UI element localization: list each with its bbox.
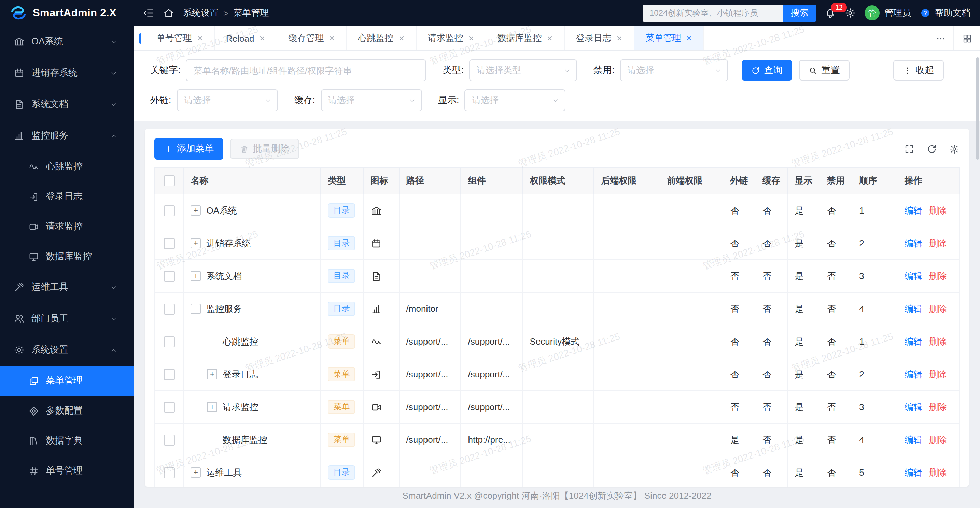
app-logo[interactable]: SmartAdmin 2.X (0, 0, 134, 26)
x-icon[interactable] (616, 35, 623, 41)
add-menu-button[interactable]: 添加菜单 (154, 138, 223, 160)
x-icon[interactable] (468, 35, 475, 41)
delete-link[interactable]: 删除 (929, 369, 947, 379)
expand-toggle[interactable]: + (207, 402, 217, 412)
column-header: 前端权限 (660, 168, 723, 194)
tab-db-monitor[interactable]: 数据库监控 (486, 26, 565, 51)
type-select[interactable]: 请选择类型 (469, 59, 577, 81)
sidebar-item-inventory[interactable]: 进销存系统 (0, 57, 134, 89)
edit-link[interactable]: 编辑 (905, 205, 922, 215)
expand-toggle[interactable]: + (191, 271, 201, 281)
edit-link[interactable]: 编辑 (905, 336, 922, 346)
expand-toggle[interactable]: + (191, 238, 201, 248)
batch-delete-button[interactable]: 批量删除 (230, 138, 299, 159)
breadcrumb-item-settings[interactable]: 系统设置 (183, 7, 218, 19)
sidebar-item-heartbeat[interactable]: 心跳监控 (0, 151, 134, 181)
collapse-menu-icon[interactable] (143, 8, 154, 18)
sidebar-item-menu-manage[interactable]: 菜单管理 (0, 366, 134, 396)
delete-link[interactable]: 删除 (929, 434, 947, 444)
x-icon[interactable] (328, 35, 335, 41)
sidebar-item-param-config[interactable]: 参数配置 (0, 396, 134, 426)
x-icon[interactable] (546, 35, 553, 41)
disabled-select[interactable]: 请选择 (620, 59, 728, 81)
tab-cache-manage[interactable]: 缓存管理 (277, 26, 347, 51)
expand-toggle[interactable]: + (207, 369, 217, 379)
sidebar-item-serial-manage[interactable]: 单号管理 (0, 456, 134, 486)
table-settings-icon[interactable] (949, 144, 959, 154)
delete-link[interactable]: 删除 (929, 336, 947, 346)
table-refresh-icon[interactable] (927, 144, 937, 154)
tab-menu-manage[interactable]: 菜单管理 (635, 26, 704, 51)
edit-link[interactable]: 编辑 (905, 434, 922, 444)
sidebar-item-db-monitor[interactable]: 数据库监控 (0, 241, 134, 271)
x-icon[interactable] (686, 35, 692, 41)
edit-link[interactable]: 编辑 (905, 238, 922, 248)
row-checkbox[interactable] (164, 467, 175, 478)
row-checkbox[interactable] (164, 271, 175, 282)
row-checkbox[interactable] (164, 337, 175, 347)
delete-link[interactable]: 删除 (929, 303, 947, 314)
delete-link[interactable]: 删除 (929, 205, 947, 215)
row-checkbox[interactable] (164, 369, 175, 380)
sidebar-item-system-settings[interactable]: 系统设置 (0, 334, 134, 366)
external-select[interactable]: 请选择 (177, 89, 278, 111)
sidebar-item-oa[interactable]: OA系统 (0, 26, 134, 57)
sidebar-item-login-log[interactable]: 登录日志 (0, 181, 134, 211)
tabs-layout-button[interactable] (953, 26, 980, 51)
backend-perm-cell (594, 391, 660, 423)
sidebar-item-docs[interactable]: 系统文档 (0, 89, 134, 120)
sidebar-item-monitor[interactable]: 监控服务 (0, 120, 134, 151)
tab-serial-manage[interactable]: 单号管理 (145, 26, 215, 51)
x-icon[interactable] (398, 35, 405, 41)
path-cell: /monitor (399, 292, 461, 325)
row-checkbox[interactable] (164, 238, 175, 249)
row-checkbox[interactable] (164, 435, 175, 446)
sidebar-item-ops-tools[interactable]: 运维工具 (0, 271, 134, 303)
edit-link[interactable]: 编辑 (905, 467, 922, 477)
tab-request-monitor[interactable]: 请求监控 (417, 26, 486, 51)
expand-toggle[interactable]: + (191, 467, 201, 478)
global-search-button[interactable]: 搜索 (783, 5, 816, 22)
tab-login-log[interactable]: 登录日志 (565, 26, 635, 51)
help-link[interactable]: 帮助文档 (920, 7, 970, 19)
table-row: 心跳监控菜单/support/.../support/...Security模式… (155, 325, 959, 358)
edit-link[interactable]: 编辑 (905, 303, 922, 314)
row-checkbox[interactable] (164, 402, 175, 413)
delete-link[interactable]: 删除 (929, 402, 947, 412)
delete-link[interactable]: 删除 (929, 238, 947, 248)
collapse-filters-button[interactable]: 收起 (893, 60, 944, 81)
display-select[interactable]: 请选择 (465, 89, 566, 111)
breadcrumb-item-menu-manage[interactable]: 菜单管理 (233, 7, 269, 19)
sidebar-item-request-monitor[interactable]: 请求监控 (0, 211, 134, 241)
people-icon (14, 313, 25, 324)
delete-link[interactable]: 删除 (929, 271, 947, 281)
keyword-input[interactable] (186, 59, 426, 81)
row-checkbox[interactable] (164, 304, 175, 314)
fullscreen-icon[interactable] (904, 144, 915, 154)
edit-link[interactable]: 编辑 (905, 271, 922, 281)
tab-heartbeat-monitor[interactable]: 心跳监控 (347, 26, 417, 51)
tab-reload[interactable]: Reload (215, 26, 277, 51)
component-cell (461, 260, 523, 292)
collapse-toggle[interactable]: - (191, 304, 201, 314)
query-button[interactable]: 查询 (742, 60, 792, 81)
home-icon[interactable] (163, 8, 174, 18)
tabs-more-button[interactable] (927, 26, 953, 51)
sidebar-item-data-dict[interactable]: 数据字典 (0, 426, 134, 456)
user-menu[interactable]: 管 管理员 (865, 5, 911, 21)
expand-toggle[interactable]: + (191, 205, 201, 216)
column-header: 后端权限 (594, 168, 660, 194)
edit-link[interactable]: 编辑 (905, 402, 922, 412)
delete-link[interactable]: 删除 (929, 467, 947, 477)
reset-button[interactable]: 重置 (799, 60, 850, 81)
select-all-checkbox[interactable] (164, 176, 175, 187)
cache-select[interactable]: 请选择 (321, 89, 422, 111)
x-icon[interactable] (197, 35, 204, 41)
page-scrollbar-thumb[interactable] (976, 57, 979, 160)
edit-link[interactable]: 编辑 (905, 369, 922, 379)
notification-button[interactable]: 12 (825, 8, 836, 18)
sidebar-item-dept-staff[interactable]: 部门员工 (0, 303, 134, 334)
row-checkbox[interactable] (164, 205, 175, 216)
x-icon[interactable] (259, 35, 266, 41)
global-search-input[interactable] (643, 5, 783, 22)
